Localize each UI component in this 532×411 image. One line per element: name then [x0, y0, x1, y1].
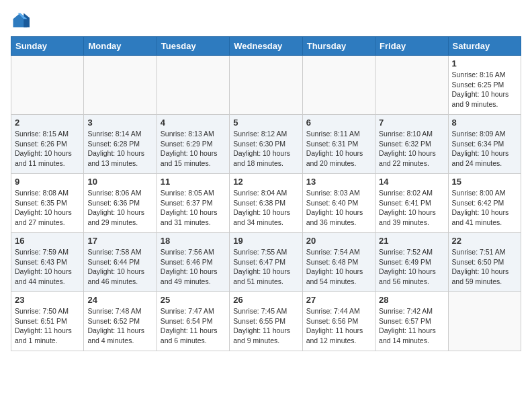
day-number: 23 [15, 295, 80, 305]
day-number: 12 [233, 177, 298, 187]
day-number: 1 [452, 58, 517, 68]
day-number: 2 [15, 118, 80, 128]
day-detail: Sunrise: 7:54 AM Sunset: 6:48 PM Dayligh… [306, 247, 371, 287]
calendar-cell: 12Sunrise: 8:04 AM Sunset: 6:38 PM Dayli… [230, 174, 302, 233]
day-number: 22 [452, 236, 517, 246]
day-detail: Sunrise: 8:05 AM Sunset: 6:37 PM Dayligh… [161, 188, 226, 228]
calendar-header-row: SundayMondayTuesdayWednesdayThursdayFrid… [11, 37, 521, 56]
day-detail: Sunrise: 7:52 AM Sunset: 6:49 PM Dayligh… [379, 247, 444, 287]
day-number: 6 [306, 118, 371, 128]
day-detail: Sunrise: 7:42 AM Sunset: 6:57 PM Dayligh… [379, 306, 444, 346]
day-detail: Sunrise: 8:09 AM Sunset: 6:34 PM Dayligh… [452, 129, 517, 169]
calendar-cell: 11Sunrise: 8:05 AM Sunset: 6:37 PM Dayli… [157, 174, 229, 233]
logo [11, 11, 32, 30]
calendar-cell [157, 56, 229, 115]
day-detail: Sunrise: 7:59 AM Sunset: 6:43 PM Dayligh… [15, 247, 80, 287]
day-number: 16 [15, 236, 80, 246]
day-of-week-header: Saturday [448, 37, 521, 56]
calendar-cell: 3Sunrise: 8:14 AM Sunset: 6:28 PM Daylig… [84, 115, 157, 174]
day-detail: Sunrise: 7:58 AM Sunset: 6:44 PM Dayligh… [87, 247, 152, 287]
calendar-cell: 4Sunrise: 8:13 AM Sunset: 6:29 PM Daylig… [157, 115, 229, 174]
day-number: 28 [379, 295, 444, 305]
day-number: 18 [161, 236, 226, 246]
calendar-cell: 19Sunrise: 7:55 AM Sunset: 6:47 PM Dayli… [230, 233, 302, 292]
day-number: 25 [161, 295, 226, 305]
day-number: 17 [87, 236, 152, 246]
day-number: 24 [87, 295, 152, 305]
calendar-cell [84, 56, 157, 115]
day-detail: Sunrise: 7:48 AM Sunset: 6:52 PM Dayligh… [87, 306, 152, 346]
day-detail: Sunrise: 8:15 AM Sunset: 6:26 PM Dayligh… [15, 129, 80, 169]
day-detail: Sunrise: 7:47 AM Sunset: 6:54 PM Dayligh… [161, 306, 226, 346]
calendar-cell: 14Sunrise: 8:02 AM Sunset: 6:41 PM Dayli… [375, 174, 448, 233]
calendar-cell: 8Sunrise: 8:09 AM Sunset: 6:34 PM Daylig… [448, 115, 521, 174]
day-number: 14 [379, 177, 444, 187]
calendar-week-row: 16Sunrise: 7:59 AM Sunset: 6:43 PM Dayli… [11, 233, 521, 292]
day-detail: Sunrise: 7:56 AM Sunset: 6:46 PM Dayligh… [161, 247, 226, 287]
calendar-cell: 5Sunrise: 8:12 AM Sunset: 6:30 PM Daylig… [230, 115, 302, 174]
day-number: 3 [87, 118, 152, 128]
calendar-cell: 25Sunrise: 7:47 AM Sunset: 6:54 PM Dayli… [157, 292, 229, 351]
day-detail: Sunrise: 8:02 AM Sunset: 6:41 PM Dayligh… [379, 188, 444, 228]
calendar-cell: 17Sunrise: 7:58 AM Sunset: 6:44 PM Dayli… [84, 233, 157, 292]
day-of-week-header: Thursday [302, 37, 375, 56]
day-number: 27 [306, 295, 371, 305]
calendar-week-row: 23Sunrise: 7:50 AM Sunset: 6:51 PM Dayli… [11, 292, 521, 351]
calendar-cell: 20Sunrise: 7:54 AM Sunset: 6:48 PM Dayli… [302, 233, 375, 292]
calendar-cell: 9Sunrise: 8:08 AM Sunset: 6:35 PM Daylig… [11, 174, 84, 233]
day-number: 20 [306, 236, 371, 246]
calendar-week-row: 9Sunrise: 8:08 AM Sunset: 6:35 PM Daylig… [11, 174, 521, 233]
day-number: 7 [379, 118, 444, 128]
logo-icon [11, 11, 30, 30]
day-detail: Sunrise: 8:12 AM Sunset: 6:30 PM Dayligh… [233, 129, 298, 169]
day-detail: Sunrise: 7:44 AM Sunset: 6:56 PM Dayligh… [306, 306, 371, 346]
day-of-week-header: Sunday [11, 37, 84, 56]
calendar-cell: 13Sunrise: 8:03 AM Sunset: 6:40 PM Dayli… [302, 174, 375, 233]
day-of-week-header: Wednesday [230, 37, 302, 56]
day-of-week-header: Friday [375, 37, 448, 56]
calendar-week-row: 2Sunrise: 8:15 AM Sunset: 6:26 PM Daylig… [11, 115, 521, 174]
calendar-cell: 15Sunrise: 8:00 AM Sunset: 6:42 PM Dayli… [448, 174, 521, 233]
day-detail: Sunrise: 7:45 AM Sunset: 6:55 PM Dayligh… [233, 306, 298, 346]
day-number: 19 [233, 236, 298, 246]
calendar-cell: 1Sunrise: 8:16 AM Sunset: 6:25 PM Daylig… [448, 56, 521, 115]
day-detail: Sunrise: 8:11 AM Sunset: 6:31 PM Dayligh… [306, 129, 371, 169]
day-number: 26 [233, 295, 298, 305]
calendar-cell: 16Sunrise: 7:59 AM Sunset: 6:43 PM Dayli… [11, 233, 84, 292]
day-detail: Sunrise: 8:03 AM Sunset: 6:40 PM Dayligh… [306, 188, 371, 228]
day-number: 8 [452, 118, 517, 128]
calendar-cell: 26Sunrise: 7:45 AM Sunset: 6:55 PM Dayli… [230, 292, 302, 351]
day-of-week-header: Tuesday [157, 37, 229, 56]
day-detail: Sunrise: 7:55 AM Sunset: 6:47 PM Dayligh… [233, 247, 298, 287]
day-number: 9 [15, 177, 80, 187]
calendar-cell: 6Sunrise: 8:11 AM Sunset: 6:31 PM Daylig… [302, 115, 375, 174]
day-detail: Sunrise: 7:50 AM Sunset: 6:51 PM Dayligh… [15, 306, 80, 346]
day-number: 4 [161, 118, 226, 128]
calendar-table: SundayMondayTuesdayWednesdayThursdayFrid… [11, 36, 521, 351]
day-detail: Sunrise: 8:13 AM Sunset: 6:29 PM Dayligh… [161, 129, 226, 169]
day-number: 15 [452, 177, 517, 187]
calendar-cell [230, 56, 302, 115]
page-header [11, 11, 521, 30]
day-detail: Sunrise: 8:10 AM Sunset: 6:32 PM Dayligh… [379, 129, 444, 169]
day-detail: Sunrise: 8:06 AM Sunset: 6:36 PM Dayligh… [87, 188, 152, 228]
day-detail: Sunrise: 8:00 AM Sunset: 6:42 PM Dayligh… [452, 188, 517, 228]
calendar-cell: 7Sunrise: 8:10 AM Sunset: 6:32 PM Daylig… [375, 115, 448, 174]
day-detail: Sunrise: 8:04 AM Sunset: 6:38 PM Dayligh… [233, 188, 298, 228]
calendar-cell: 21Sunrise: 7:52 AM Sunset: 6:49 PM Dayli… [375, 233, 448, 292]
calendar-cell [375, 56, 448, 115]
svg-marker-1 [24, 13, 30, 28]
calendar-cell: 22Sunrise: 7:51 AM Sunset: 6:50 PM Dayli… [448, 233, 521, 292]
calendar-cell: 27Sunrise: 7:44 AM Sunset: 6:56 PM Dayli… [302, 292, 375, 351]
calendar-cell: 28Sunrise: 7:42 AM Sunset: 6:57 PM Dayli… [375, 292, 448, 351]
calendar-cell [11, 56, 84, 115]
calendar-cell: 2Sunrise: 8:15 AM Sunset: 6:26 PM Daylig… [11, 115, 84, 174]
day-number: 21 [379, 236, 444, 246]
day-detail: Sunrise: 8:16 AM Sunset: 6:25 PM Dayligh… [452, 70, 517, 109]
day-number: 10 [87, 177, 152, 187]
calendar-cell [302, 56, 375, 115]
calendar-week-row: 1Sunrise: 8:16 AM Sunset: 6:25 PM Daylig… [11, 56, 521, 115]
day-number: 5 [233, 118, 298, 128]
day-number: 13 [306, 177, 371, 187]
day-detail: Sunrise: 7:51 AM Sunset: 6:50 PM Dayligh… [452, 247, 517, 287]
